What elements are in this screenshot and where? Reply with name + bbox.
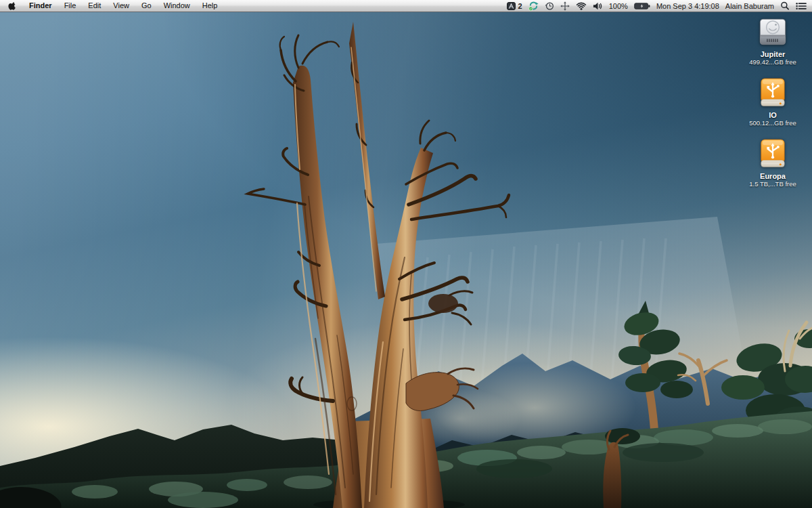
usb-drive-icon — [757, 137, 789, 170]
list-menu-icon[interactable] — [796, 2, 807, 10]
drive-info: 499.42...GB free — [749, 58, 796, 66]
internal-drive-icon — [757, 16, 789, 48]
menu-bar-left: Finder File Edit View Go Window Help — [0, 0, 223, 12]
desktop-screen: Finder File Edit View Go Window Help 2 — [0, 0, 812, 508]
drive-label[interactable]: Europa — [760, 172, 786, 180]
drive-label[interactable]: Jupiter — [761, 50, 786, 58]
desktop-icon-io[interactable]: IO 500.12...GB free — [739, 77, 807, 127]
usb-drive-icon — [757, 77, 789, 109]
menu-file[interactable]: File — [58, 0, 83, 12]
drive-info: 500.12...GB free — [749, 119, 796, 127]
desktop-icon-europa[interactable]: Europa 1.5 TB,...TB free — [739, 137, 807, 188]
app-indicator-count[interactable]: 2 — [518, 2, 522, 10]
time-machine-icon[interactable] — [545, 1, 554, 11]
volume-icon[interactable] — [593, 2, 603, 10]
menu-window[interactable]: Window — [158, 0, 196, 12]
sync-icon[interactable] — [528, 1, 539, 11]
wifi-icon[interactable] — [576, 2, 587, 10]
menu-edit[interactable]: Edit — [82, 0, 107, 12]
battery-icon[interactable] — [634, 2, 650, 10]
menu-go[interactable]: Go — [135, 0, 158, 12]
menu-view[interactable]: View — [107, 0, 135, 12]
battery-percent[interactable]: 100% — [609, 2, 628, 10]
desktop-icon-column: Jupiter 499.42...GB free IO 500.12...GB … — [739, 16, 807, 188]
menu-clock[interactable]: Mon Sep 3 4:19:08 — [656, 2, 719, 10]
apple-logo-icon — [8, 1, 16, 11]
menu-bar: Finder File Edit View Go Window Help 2 — [0, 0, 812, 12]
drive-info: 1.5 TB,...TB free — [749, 180, 796, 188]
spotlight-icon[interactable] — [780, 1, 790, 11]
menu-bar-status: 2 — [507, 0, 812, 12]
wallpaper-scene — [0, 0, 812, 508]
desktop-icon-jupiter[interactable]: Jupiter 499.42...GB free — [739, 16, 807, 66]
app-indicator-icon[interactable] — [507, 2, 516, 10]
menu-finder[interactable]: Finder — [23, 0, 58, 12]
user-menu[interactable]: Alain Baburam — [725, 2, 774, 10]
wallpaper — [0, 0, 812, 508]
menu-help[interactable]: Help — [196, 0, 224, 12]
apple-menu[interactable] — [7, 1, 23, 11]
drive-label[interactable]: IO — [769, 111, 777, 119]
move-arrows-icon[interactable] — [560, 1, 570, 11]
